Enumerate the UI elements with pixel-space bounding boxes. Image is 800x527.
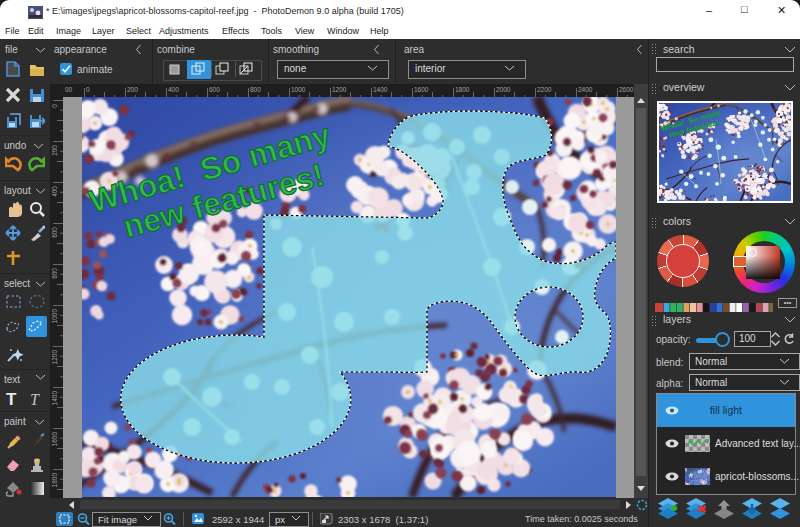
svg-text:2400: 2400 [578, 86, 593, 93]
svg-text:0: 0 [51, 104, 58, 108]
svg-text:1600: 1600 [51, 432, 58, 447]
svg-text:1200: 1200 [51, 350, 58, 365]
svg-text:800: 800 [250, 86, 261, 93]
svg-text:0: 0 [86, 86, 90, 93]
svg-text:800: 800 [51, 268, 58, 279]
svg-text:400: 400 [168, 86, 179, 93]
svg-text:2000: 2000 [496, 86, 511, 93]
svg-text:1400: 1400 [51, 391, 58, 406]
svg-text:200: 200 [127, 86, 138, 93]
svg-text:1000: 1000 [291, 86, 306, 93]
svg-text:2600: 2600 [619, 86, 634, 93]
svg-text:400: 400 [51, 186, 58, 197]
svg-text:1000: 1000 [51, 309, 58, 324]
svg-text:200: 200 [51, 145, 58, 156]
svg-text:1200: 1200 [332, 86, 347, 93]
svg-text:1800: 1800 [455, 86, 470, 93]
svg-text:600: 600 [51, 227, 58, 238]
svg-text:1600: 1600 [414, 86, 429, 93]
svg-text:1800: 1800 [51, 473, 58, 488]
svg-text:600: 600 [209, 86, 220, 93]
svg-text:1400: 1400 [373, 86, 388, 93]
svg-text:00: 00 [65, 86, 73, 93]
svg-text:2200: 2200 [537, 86, 552, 93]
